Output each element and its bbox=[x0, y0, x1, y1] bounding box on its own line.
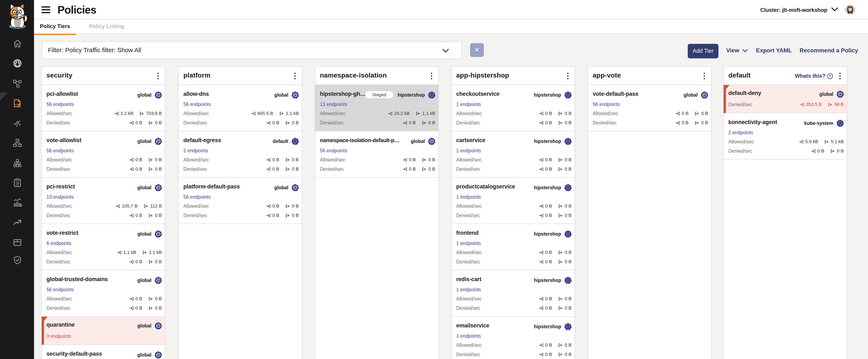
svg-text:ns: ns bbox=[567, 282, 569, 283]
svg-text:ns: ns bbox=[567, 328, 569, 330]
svg-text:ns: ns bbox=[840, 125, 841, 126]
svg-text:ns: ns bbox=[567, 189, 569, 191]
svg-text:ns: ns bbox=[567, 236, 569, 237]
svg-text:ns: ns bbox=[431, 96, 432, 98]
svg-text:ns: ns bbox=[294, 143, 296, 144]
svg-text:ns: ns bbox=[567, 143, 569, 144]
svg-text:ns: ns bbox=[567, 96, 569, 98]
svg-text:?: ? bbox=[829, 74, 831, 78]
